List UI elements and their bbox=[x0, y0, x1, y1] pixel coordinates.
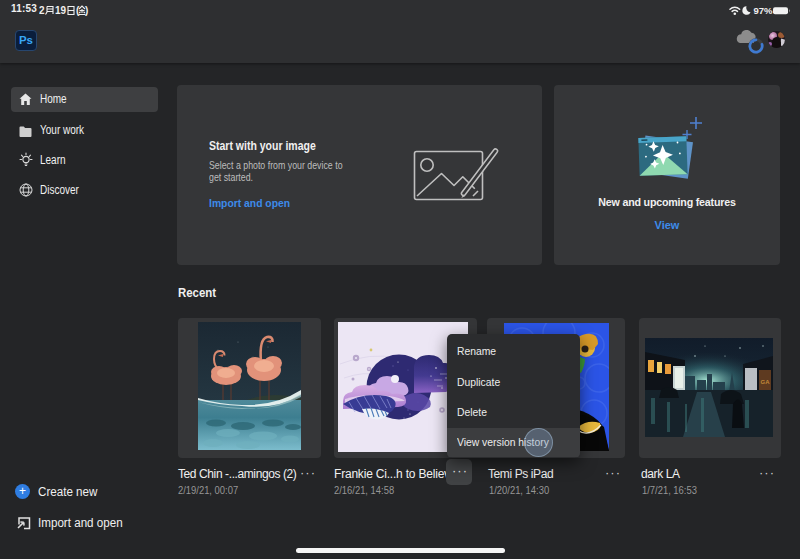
svg-text:97%: 97% bbox=[754, 5, 774, 16]
svg-text:19: 19 bbox=[55, 5, 67, 16]
svg-text:GA: GA bbox=[761, 379, 771, 385]
svg-text:2: 2 bbox=[39, 5, 45, 16]
svg-text:): ) bbox=[85, 5, 88, 16]
